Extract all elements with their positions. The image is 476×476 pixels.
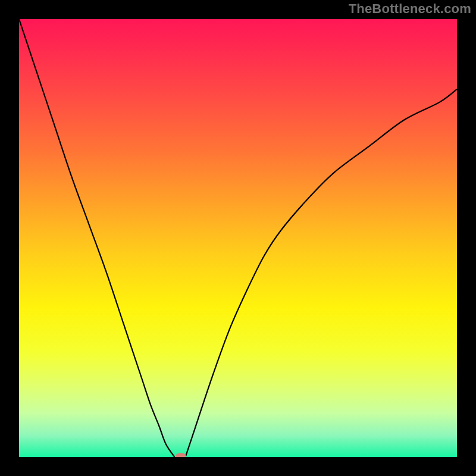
curve-right-branch (186, 89, 457, 457)
plot-area (19, 19, 457, 457)
chart-frame: TheBottleneck.com (0, 0, 476, 476)
watermark-text: TheBottleneck.com (349, 1, 471, 17)
bottleneck-marker (176, 453, 186, 458)
curve-svg (19, 19, 457, 457)
curve-left-branch (19, 19, 174, 457)
